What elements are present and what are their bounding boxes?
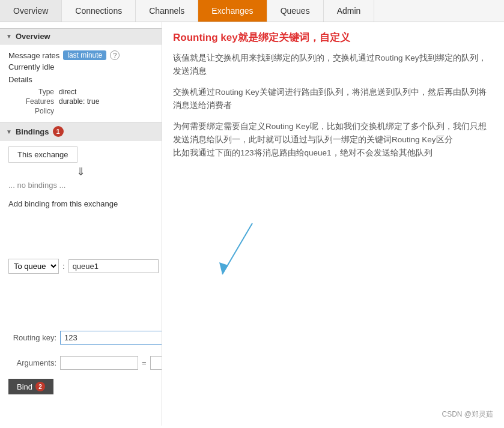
tab-queues[interactable]: Queues	[267, 0, 324, 22]
routing-key-label: Routing key:	[8, 333, 56, 342]
queue-name-input[interactable]	[68, 259, 159, 273]
arguments-row: Arguments: = String	[8, 355, 153, 370]
routing-key-row: Routing key: 自定义Routing Key	[8, 323, 153, 352]
type-value: direct	[59, 88, 153, 96]
bindings-count-badge: 1	[53, 126, 64, 137]
add-binding-section: Add binding from this exchange To queue …	[0, 193, 162, 404]
no-bindings-label: ... no bindings ...	[8, 181, 153, 190]
bindings-section: This exchange ⇓ ... no bindings ...	[0, 143, 162, 193]
to-queue-row: To queue : * 需要绑定的队列名称	[8, 213, 153, 319]
features-key: Features	[12, 97, 54, 106]
overview-section-label: Overview	[16, 32, 50, 41]
details-grid: Type direct Features durable: true Polic…	[8, 88, 153, 115]
tab-admin[interactable]: Admin	[324, 0, 375, 22]
tab-connections[interactable]: Connections	[62, 0, 136, 22]
arguments-key-input[interactable]	[60, 356, 138, 370]
sidebar: ▼ Overview Message rates last minute ? C…	[0, 22, 162, 426]
bind-button-label: Bind	[17, 382, 32, 391]
bind-button-row: Bind 2	[8, 374, 153, 394]
to-queue-select[interactable]: To queue	[8, 259, 59, 274]
policy-value	[59, 107, 153, 115]
annotation-text-2: 交换机通过Routing Key关键词进行路由到队列，将消息送到队列中，然后再由…	[173, 86, 493, 112]
annotation-title: Rounting key就是绑定关键词，自定义	[173, 31, 493, 44]
down-arrow-icon: ⇓	[8, 165, 153, 178]
tab-overview[interactable]: Overview	[0, 0, 62, 22]
bindings-section-label: Bindings	[16, 127, 49, 136]
watermark: CSDN @郑灵茹	[442, 409, 493, 420]
overview-section: Message rates last minute ? Currently id…	[0, 47, 162, 119]
colon-separator: :	[62, 262, 65, 271]
overview-section-header[interactable]: ▼ Overview	[0, 28, 162, 44]
message-rates-label: Message rates	[8, 51, 59, 60]
currently-idle-label: Currently idle	[8, 62, 153, 71]
tab-exchanges[interactable]: Exchanges	[198, 0, 267, 22]
annotation-panel: Rounting key就是绑定关键词，自定义 该值就是让交换机用来找到绑定的队…	[162, 22, 504, 426]
annotation-arrow	[216, 220, 264, 280]
bindings-section-header[interactable]: ▼ Bindings 1	[0, 122, 162, 140]
top-navigation: Overview Connections Channels Exchanges …	[0, 0, 504, 22]
last-minute-badge[interactable]: last minute	[63, 50, 106, 60]
features-value: durable: true	[59, 97, 153, 106]
annotation-text-1: 该值就是让交换机用来找到绑定的队列的，交换机通过Routing Key找到绑定的…	[173, 52, 493, 77]
arguments-label: Arguments:	[8, 358, 56, 367]
policy-key: Policy	[12, 107, 54, 115]
details-label: Details	[8, 75, 153, 84]
add-binding-title: Add binding from this exchange	[8, 199, 153, 208]
tab-channels[interactable]: Channels	[136, 0, 198, 22]
bindings-arrow-icon: ▼	[6, 128, 12, 135]
bind-button[interactable]: Bind 2	[8, 379, 53, 394]
arguments-value-input[interactable]	[150, 356, 162, 370]
routing-key-input[interactable]	[60, 331, 162, 345]
this-exchange-box: This exchange	[8, 146, 77, 163]
help-icon[interactable]: ?	[110, 50, 120, 60]
annotation-text-3: 为何需要绑定需要自定义Routing Key呢，比如我们交换机绑定了多个队列，我…	[173, 120, 493, 159]
type-key: Type	[12, 88, 54, 96]
eq-sign: =	[142, 358, 147, 367]
bind-badge: 2	[35, 382, 45, 391]
overview-arrow-icon: ▼	[6, 33, 12, 40]
